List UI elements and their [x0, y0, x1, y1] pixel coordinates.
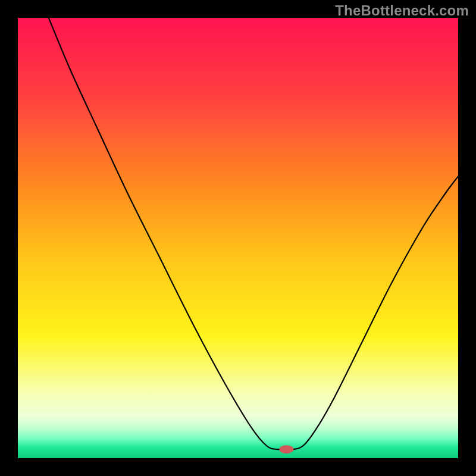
optimal-marker — [279, 445, 293, 453]
gradient-background — [18, 18, 458, 458]
chart-frame: TheBottleneck.com — [0, 0, 476, 476]
watermark-text: TheBottleneck.com — [335, 2, 469, 19]
plot-area — [18, 18, 458, 458]
plot-svg — [18, 18, 458, 458]
